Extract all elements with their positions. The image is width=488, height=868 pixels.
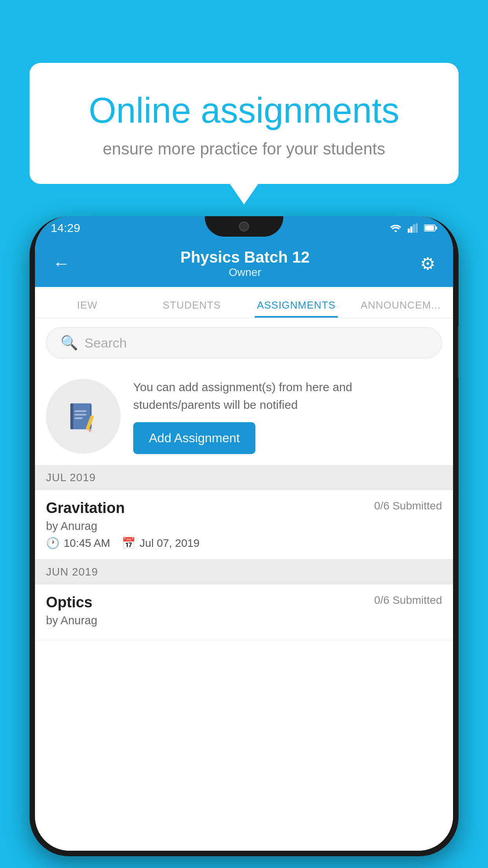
info-text: You can add assignment(s) from here and … <box>133 378 442 454</box>
svg-rect-12 <box>70 403 73 429</box>
status-time: 14:29 <box>51 221 80 235</box>
assignment-top-row-optics: Optics 0/6 Submitted <box>46 594 442 611</box>
assignment-title-optics: Optics <box>46 594 92 611</box>
svg-rect-2 <box>413 224 415 233</box>
assignment-submitted-optics: 0/6 Submitted <box>374 594 442 607</box>
front-camera <box>239 221 249 232</box>
assignment-submitted-gravitation: 0/6 Submitted <box>374 500 442 512</box>
svg-rect-5 <box>435 226 437 230</box>
tab-students[interactable]: STUDENTS <box>139 299 244 318</box>
phone-frame: 14:29 <box>29 216 459 856</box>
info-card: You can add assignment(s) from here and … <box>35 367 453 465</box>
assignment-icon-circle <box>46 379 121 454</box>
tab-iew[interactable]: IEW <box>35 299 139 318</box>
tab-assignments[interactable]: ASSIGNMENTS <box>244 299 349 318</box>
wifi-icon <box>389 223 402 233</box>
speech-bubble: Online assignments ensure more practice … <box>29 63 459 184</box>
search-placeholder: Search <box>84 335 127 351</box>
svg-rect-9 <box>75 410 86 412</box>
speech-bubble-subtitle: ensure more practice for your students <box>61 140 427 158</box>
assignment-top-row: Gravitation 0/6 Submitted <box>46 500 442 517</box>
phone-notch <box>205 216 283 237</box>
section-header-jun: JUN 2019 <box>35 559 453 585</box>
app-bar: ← Physics Batch 12 Owner ⚙ <box>35 240 453 287</box>
assignment-author-gravitation: by Anurag <box>46 520 442 533</box>
search-bar-container: 🔍 Search <box>35 318 453 367</box>
app-bar-subtitle: Owner <box>180 266 310 279</box>
battery-icon <box>424 224 437 232</box>
assignment-title-gravitation: Gravitation <box>46 500 125 517</box>
app-bar-title: Physics Batch 12 <box>180 248 310 266</box>
info-description: You can add assignment(s) from here and … <box>133 378 442 414</box>
add-assignment-button[interactable]: Add Assignment <box>133 422 255 454</box>
settings-button[interactable]: ⚙ <box>420 254 435 274</box>
tab-announcements[interactable]: ANNOUNCEM... <box>349 299 453 318</box>
tab-bar: IEW STUDENTS ASSIGNMENTS ANNOUNCEM... <box>35 287 453 318</box>
assignment-item-optics[interactable]: Optics 0/6 Submitted by Anurag <box>35 585 453 641</box>
svg-rect-11 <box>75 417 83 419</box>
clock-icon: 🕐 <box>46 537 60 550</box>
assignment-time: 🕐 10:45 AM <box>46 537 110 550</box>
notebook-icon <box>66 399 101 434</box>
search-bar[interactable]: 🔍 Search <box>46 327 442 359</box>
assignment-author-optics: by Anurag <box>46 614 442 627</box>
content-area: 🔍 Search <box>35 318 453 851</box>
svg-rect-6 <box>425 226 434 230</box>
svg-rect-0 <box>408 228 410 233</box>
svg-rect-1 <box>410 226 412 233</box>
power-button <box>458 326 459 377</box>
assignment-date: 📅 Jul 07, 2019 <box>122 537 200 550</box>
search-icon: 🔍 <box>61 335 78 351</box>
status-icons <box>389 223 437 233</box>
svg-rect-10 <box>75 414 86 416</box>
app-bar-center: Physics Batch 12 Owner <box>180 248 310 279</box>
section-header-jul: JUL 2019 <box>35 465 453 490</box>
phone-screen: 14:29 <box>35 216 453 851</box>
speech-bubble-title: Online assignments <box>61 90 427 131</box>
svg-rect-3 <box>416 223 418 233</box>
signal-icon <box>407 223 418 233</box>
calendar-icon: 📅 <box>122 537 136 550</box>
assignment-item-gravitation[interactable]: Gravitation 0/6 Submitted by Anurag 🕐 10… <box>35 490 453 559</box>
back-button[interactable]: ← <box>53 255 70 272</box>
assignment-meta-gravitation: 🕐 10:45 AM 📅 Jul 07, 2019 <box>46 537 442 550</box>
